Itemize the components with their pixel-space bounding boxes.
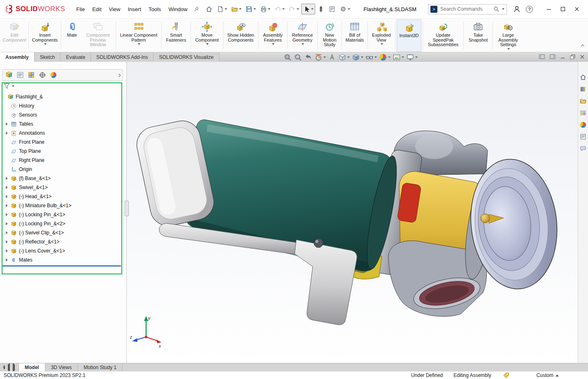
tab-model[interactable]: Model	[19, 363, 45, 371]
menu-insert[interactable]: Insert	[124, 4, 145, 14]
solidworks-resources-button[interactable]	[579, 73, 587, 82]
expander-icon[interactable]	[6, 231, 11, 234]
rollback-bar[interactable]	[2, 265, 121, 267]
command-search[interactable]: >	[428, 4, 507, 14]
menu-tools[interactable]: Tools	[145, 4, 165, 14]
ribbon-button-new-motion-study[interactable]: New Motion Study	[319, 19, 340, 52]
expander-icon[interactable]	[6, 222, 11, 225]
expander-icon[interactable]	[6, 131, 11, 135]
tree-filter[interactable]	[3, 82, 14, 89]
section-view-button[interactable]	[314, 53, 326, 62]
tab-assembly[interactable]: Assembly	[0, 52, 35, 62]
unit-system-selector[interactable]: Custom	[537, 372, 559, 378]
expander-icon[interactable]	[6, 240, 11, 243]
forum-button[interactable]	[579, 145, 587, 154]
tree-item-annotations[interactable]: Annotations	[0, 129, 126, 138]
tree-item-head[interactable]: (-) Head_&<1>	[0, 192, 126, 201]
panel-flyout-button[interactable]	[118, 72, 120, 78]
ribbon-button-bill-of-materials[interactable]: Bill of Materials	[343, 19, 366, 52]
ribbon-button-move-component[interactable]: Move Component	[192, 19, 222, 52]
collapse-right-pane-button[interactable]	[550, 54, 556, 61]
restore-document-button[interactable]	[570, 54, 575, 61]
panel-splitter-handle[interactable]	[125, 201, 129, 216]
ribbon-button-large-assembly-settings[interactable]: Large Assembly Settings	[494, 19, 522, 52]
search-dropdown-icon[interactable]	[502, 8, 504, 10]
previous-view-button[interactable]	[304, 53, 313, 62]
menu-view[interactable]: View	[105, 4, 124, 14]
pin-menu-button[interactable]	[193, 6, 200, 12]
minimize-document-button[interactable]	[560, 54, 565, 61]
ribbon-button-component-preview-window[interactable]: Component Preview Window	[81, 19, 114, 52]
view-settings-button[interactable]	[406, 53, 418, 62]
flashlight-assembly-model[interactable]	[127, 62, 578, 363]
menu-window[interactable]: Window	[165, 4, 191, 14]
tree-item-locking-pin-2[interactable]: (-) Locking Pin_&<2>	[0, 219, 126, 228]
tree-item-lens-cover[interactable]: (-) Lens Cover_&<1>	[0, 246, 126, 255]
expander-icon[interactable]	[6, 249, 11, 253]
file-explorer-button[interactable]	[579, 97, 587, 106]
dimxpertmanager-tab[interactable]	[39, 71, 46, 79]
collapse-left-pane-button[interactable]	[539, 54, 545, 61]
connection-status-button[interactable]	[316, 4, 326, 14]
help-icon[interactable]: ?	[526, 6, 533, 13]
view-orientation-button[interactable]	[338, 53, 350, 62]
new-document-button[interactable]	[215, 4, 229, 14]
tree-item-swivel-clip[interactable]: (-) Swivel Clip_&<1>	[0, 228, 126, 237]
tree-item-front-plane[interactable]: Front Plane	[0, 138, 126, 147]
redo-button[interactable]	[287, 4, 301, 14]
search-scope-icon[interactable]: >	[430, 6, 437, 13]
zoom-to-area-button[interactable]	[293, 53, 302, 62]
close-document-button[interactable]	[580, 54, 585, 61]
display-style-button[interactable]	[351, 53, 364, 62]
ribbon-button-update-speedpak-subassemblies[interactable]: Update SpeedPak Subassemblies	[424, 19, 462, 52]
search-input[interactable]	[439, 6, 491, 12]
expander-icon[interactable]	[6, 258, 11, 262]
dynamic-annotation-views-button[interactable]	[328, 53, 337, 62]
scroll-tabs-first-button[interactable]	[4, 365, 5, 369]
tab-evaluate[interactable]: Evaluate	[60, 52, 91, 62]
account-icon[interactable]	[513, 5, 521, 13]
custom-properties-button[interactable]	[579, 133, 587, 142]
open-document-button[interactable]	[229, 4, 243, 14]
ribbon-button-mate[interactable]: Mate	[63, 19, 81, 52]
propertymanager-tab[interactable]	[16, 71, 24, 79]
tree-item-sensors[interactable]: Sensors	[0, 110, 126, 119]
apply-scene-button[interactable]	[392, 53, 404, 62]
graphics-viewport[interactable]: y x z	[127, 62, 578, 363]
tab-sketch[interactable]: Sketch	[35, 52, 61, 62]
select-tool-button[interactable]	[301, 4, 315, 14]
maximize-button[interactable]	[556, 3, 570, 15]
close-button[interactable]	[570, 3, 584, 15]
appearances-scenes-button[interactable]	[579, 121, 587, 130]
tree-item-reflector[interactable]: (-) Reflector_&<1>	[0, 237, 126, 246]
tree-item-base[interactable]: (f) Base_&<1>	[0, 174, 126, 183]
expander-icon[interactable]	[6, 195, 11, 198]
scroll-tabs-left-button[interactable]	[8, 365, 10, 370]
featuremanager-tree-tab[interactable]	[5, 71, 13, 79]
ribbon-button-linear-component-pattern[interactable]: Linear Component Pattern	[117, 19, 160, 52]
edit-appearance-button[interactable]	[379, 53, 391, 62]
pivot-knob[interactable]	[314, 239, 323, 248]
ribbon-button-show-hidden-components[interactable]: Show Hidden Components	[225, 19, 257, 52]
print-button[interactable]	[258, 4, 272, 14]
tree-item-origin[interactable]: Origin	[0, 165, 126, 174]
tab-solidworks-visualize[interactable]: SOLIDWORKS Visualize	[153, 52, 219, 62]
tag-icon[interactable]	[503, 372, 509, 379]
undo-button[interactable]	[272, 4, 286, 14]
expander-icon[interactable]	[6, 204, 11, 207]
ribbon-button-insert-components[interactable]: Insert Components	[30, 19, 60, 52]
tab-solidworks-add-ins[interactable]: SOLIDWORKS Add-Ins	[91, 52, 153, 62]
ribbon-button-smart-fasteners[interactable]: Smart Fasteners	[163, 19, 189, 52]
tab-motion-study-1[interactable]: Motion Study 1	[78, 363, 123, 371]
expander-icon[interactable]	[6, 177, 11, 180]
scroll-tabs-right-button[interactable]	[13, 365, 15, 370]
ribbon-collapse-button[interactable]	[581, 43, 584, 49]
menu-file[interactable]: File	[72, 4, 88, 14]
tab-3d-views[interactable]: 3D Views	[45, 363, 78, 371]
ribbon-button-exploded-view[interactable]: Exploded View	[369, 19, 394, 52]
orientation-triad[interactable]: y x z	[129, 315, 163, 348]
view-palette-button[interactable]	[579, 109, 587, 118]
ribbon-button-take-snapshot[interactable]: Take Snapshot	[465, 19, 491, 52]
tree-item-top-plane[interactable]: Top Plane	[0, 147, 126, 156]
tree-item-locking-pin-1[interactable]: (-) Locking Pin_&<1>	[0, 210, 126, 219]
